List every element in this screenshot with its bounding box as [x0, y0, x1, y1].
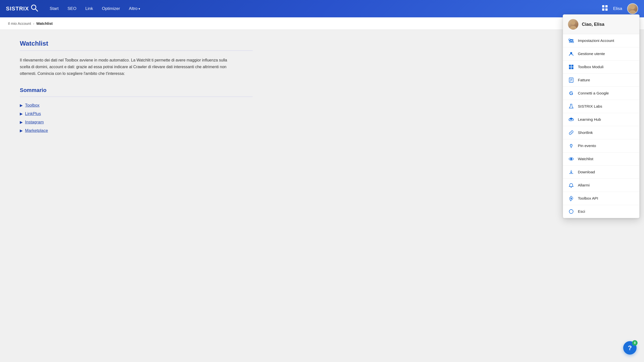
dropdown-greeting: Ciao, Elisa	[582, 22, 604, 27]
header-right: Elisa	[602, 3, 638, 14]
menu-label-download: Download	[578, 170, 595, 174]
user-name-label: Elisa	[613, 6, 622, 11]
user-dropdown-menu: Ciao, Elisa Impostazioni Account Gestion…	[563, 14, 640, 218]
svg-point-6	[630, 5, 635, 10]
summary-link-toolbox[interactable]: Toolbox	[25, 103, 40, 108]
dropdown-item-toolbox-moduli[interactable]: Toolbox Moduli	[563, 61, 639, 74]
list-item: ▶ Instagram	[20, 120, 253, 125]
menu-label-learning-hub: Learning Hub	[578, 117, 601, 122]
menu-label-shortlink: Shortlink	[578, 130, 593, 135]
title-divider	[20, 50, 253, 51]
breadcrumb-separator: ›	[33, 21, 34, 26]
menu-label-account-settings: Impostazioni Account	[578, 39, 614, 43]
menu-label-user-management: Gestione utente	[578, 52, 605, 56]
dropdown-item-toolbox-api[interactable]: Toolbox API	[563, 192, 639, 205]
avatar[interactable]	[627, 3, 638, 14]
dropdown-item-user-management[interactable]: Gestione utente	[563, 47, 639, 61]
api-icon	[568, 195, 574, 202]
labs-icon	[568, 103, 574, 110]
nav-optimizer[interactable]: Optimizer	[98, 4, 124, 13]
bell-icon	[568, 182, 574, 188]
page-body-text: Il rilevamento dei dati nel Toolbox avvi…	[20, 57, 230, 77]
svg-point-7	[629, 10, 636, 14]
dropdown-avatar	[568, 19, 578, 30]
logo[interactable]: SISTRIX	[6, 4, 38, 14]
main-nav: Start SEO Link Optimizer Altro ▾	[46, 4, 602, 13]
header: SISTRIX Start SEO Link Optimizer Altro ▾…	[0, 0, 644, 17]
logo-search-icon	[30, 4, 38, 14]
dropdown-item-watchlist[interactable]: Watchlist	[563, 153, 639, 166]
menu-label-esci: Esci	[578, 209, 585, 214]
arrow-icon-2: ▶	[20, 112, 22, 116]
list-item: ▶ Marketplace	[20, 128, 253, 133]
dropdown-item-download[interactable]: Download	[563, 166, 639, 179]
svg-rect-2	[602, 5, 604, 8]
nav-start[interactable]: Start	[46, 4, 62, 13]
svg-rect-5	[605, 9, 608, 11]
nav-seo[interactable]: SEO	[64, 4, 80, 13]
svg-rect-3	[605, 5, 608, 8]
menu-label-watchlist: Watchlist	[578, 157, 593, 161]
dropdown-item-allarmi[interactable]: Allarmi	[563, 179, 639, 192]
pin-icon	[568, 143, 574, 149]
logout-icon	[568, 208, 574, 215]
svg-line-1	[36, 9, 38, 11]
summary-link-instagram[interactable]: Instagram	[25, 120, 44, 125]
breadcrumb-current: Watchlist	[36, 21, 52, 26]
svg-rect-17	[569, 65, 571, 67]
shortlink-icon	[568, 129, 574, 136]
dropdown-item-fatture[interactable]: Fatture	[563, 74, 639, 87]
menu-label-allarmi: Allarmi	[578, 183, 590, 187]
dropdown-item-shortlink[interactable]: Shortlink	[563, 126, 639, 139]
dropdown-header: Ciao, Elisa	[563, 15, 639, 34]
page-title: Watchlist	[20, 40, 253, 47]
svg-rect-20	[572, 67, 574, 69]
arrow-icon-4: ▶	[20, 129, 22, 133]
dropdown-item-account-settings[interactable]: Impostazioni Account	[563, 34, 639, 47]
settings-icon	[568, 38, 574, 44]
help-badge: 8	[632, 340, 638, 346]
svg-rect-18	[572, 65, 574, 67]
nav-altro[interactable]: Altro ▾	[125, 4, 144, 13]
svg-rect-15	[572, 42, 574, 43]
google-icon: G	[568, 90, 574, 97]
dropdown-item-esci[interactable]: Esci	[563, 205, 639, 218]
svg-rect-13	[569, 39, 570, 40]
summary-divider	[20, 97, 253, 97]
svg-point-31	[569, 209, 573, 213]
dropdown-item-pin-evento[interactable]: Pin evento	[563, 139, 639, 153]
help-button[interactable]: ? 8	[623, 341, 636, 354]
list-item: ▶ LinkPlus	[20, 111, 253, 116]
menu-label-pin-evento: Pin evento	[578, 144, 596, 148]
dropdown-item-learning-hub[interactable]: Learning Hub	[563, 113, 639, 126]
download-icon	[568, 169, 574, 175]
toolbox-modules-icon	[568, 64, 574, 70]
menu-label-fatture: Fatture	[578, 78, 590, 82]
watchlist-icon	[568, 156, 574, 162]
summary-link-linkplus[interactable]: LinkPlus	[25, 111, 41, 116]
menu-label-connect-google: Connetti a Google	[578, 91, 609, 96]
svg-point-16	[570, 52, 572, 54]
svg-rect-19	[569, 67, 571, 69]
summary-link-marketplace[interactable]: Marketplace	[25, 128, 48, 133]
learning-hub-icon	[568, 116, 574, 123]
invoice-icon	[568, 77, 574, 83]
help-icon: ?	[628, 344, 632, 352]
arrow-icon-1: ▶	[20, 103, 22, 107]
grid-icon[interactable]	[602, 5, 608, 13]
menu-label-toolbox-api: Toolbox API	[578, 196, 598, 201]
avatar-image	[628, 4, 638, 14]
nav-link[interactable]: Link	[82, 4, 96, 13]
main-content: Watchlist Il rilevamento dei dati nel To…	[0, 30, 272, 147]
chevron-down-icon: ▾	[138, 7, 140, 11]
menu-label-toolbox-moduli: Toolbox Moduli	[578, 65, 604, 69]
summary-title: Sommario	[20, 87, 253, 94]
breadcrumb-parent-link[interactable]: Il mio Account	[8, 21, 31, 26]
menu-label-sistrix-labs: SISTRIX Labs	[578, 104, 602, 109]
svg-point-8	[571, 21, 575, 25]
dropdown-item-connect-google[interactable]: G Connetti a Google	[563, 87, 639, 100]
svg-point-29	[570, 158, 572, 160]
svg-rect-4	[602, 9, 604, 11]
user-management-icon	[568, 51, 574, 57]
dropdown-item-sistrix-labs[interactable]: SISTRIX Labs	[563, 100, 639, 113]
